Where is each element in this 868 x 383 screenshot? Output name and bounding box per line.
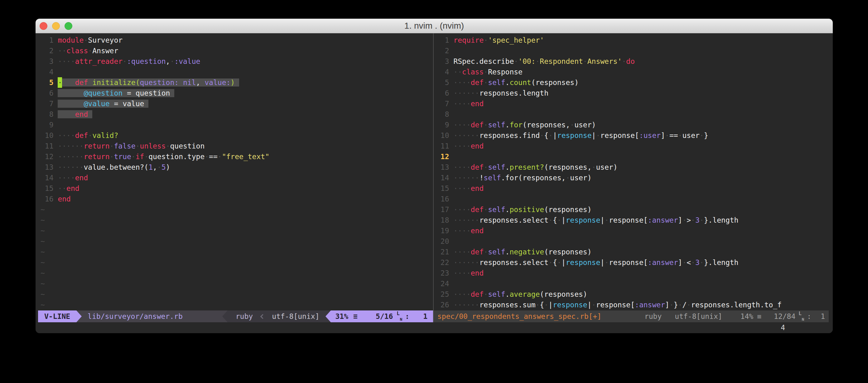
- code-line[interactable]: 11······return·false·unless·question: [40, 141, 433, 151]
- code-line[interactable]: 21····def·self.negative(responses): [436, 247, 829, 257]
- code-segment: ·: [484, 121, 488, 129]
- code-line[interactable]: 8: [436, 109, 829, 119]
- powerline-arrow-icon: [326, 310, 331, 322]
- code-line[interactable]: 25····def·self.average(responses): [436, 289, 829, 300]
- code-line[interactable]: 12: [436, 151, 829, 162]
- code-area-right[interactable]: 1require·'spec_helper'23RSpec.describe·'…: [434, 33, 829, 310]
- code-line[interactable]: 3RSpec.describe·'00:·Respondent·Answers'…: [436, 56, 829, 67]
- code-line[interactable]: 4: [40, 67, 433, 77]
- code-line[interactable]: 15··end: [40, 183, 433, 194]
- code-line[interactable]: 23····end: [436, 268, 829, 278]
- code-line[interactable]: 9: [40, 119, 433, 130]
- line-number: 8: [436, 109, 449, 119]
- statusline-inactive[interactable]: spec/00_respondents_answers_spec.rb[+] r…: [434, 310, 829, 322]
- code-segment: ,: [153, 163, 157, 171]
- line-number: 6: [40, 88, 54, 98]
- code-line[interactable]: 12······return·true·if·question.type·==·…: [40, 151, 433, 162]
- editor-pane-left[interactable]: 1module·Surveyor2··class·Answer3····attr…: [38, 33, 433, 322]
- code-segment: require: [453, 36, 484, 44]
- code-line[interactable]: 17····def·self.positive(responses): [436, 204, 829, 215]
- line-number: 4: [40, 67, 54, 77]
- code-segment: ····: [453, 248, 470, 256]
- code-segment: ······: [453, 174, 479, 182]
- code-line[interactable]: 10······responses.find·{·|response|·resp…: [436, 130, 829, 141]
- code-line[interactable]: 14····end: [40, 173, 433, 183]
- code-text: ····attr_reader·:question,·:value: [58, 57, 200, 65]
- code-segment: ·: [691, 216, 695, 224]
- code-line[interactable]: 6······responses.length: [436, 88, 829, 98]
- lines-icon: ≡: [353, 312, 358, 320]
- code-line[interactable]: 19····end: [436, 225, 829, 236]
- code-segment: response: [553, 301, 587, 309]
- code-line[interactable]: 24: [436, 278, 829, 289]
- current-line-number: 5: [40, 77, 54, 88]
- code-line[interactable]: 7 @value = value: [40, 98, 433, 109]
- code-segment: [58, 89, 84, 97]
- line-number: 2: [436, 45, 449, 56]
- code-segment: [118, 100, 123, 108]
- editor-pane-right[interactable]: 1require·'spec_helper'23RSpec.describe·'…: [433, 33, 829, 322]
- code-segment: ·: [549, 258, 553, 267]
- code-line[interactable]: 13······value.between?(1,·5): [40, 162, 433, 173]
- code-line[interactable]: 22······responses.select·{·|response|·re…: [436, 257, 829, 268]
- command-line[interactable]: 4: [38, 322, 829, 333]
- line-number: 1: [40, 35, 54, 45]
- code-line[interactable]: 7····end: [436, 98, 829, 109]
- code-line[interactable]: 20: [436, 236, 829, 247]
- code-segment: /: [682, 301, 686, 309]
- code-segment: (responses): [544, 248, 591, 256]
- code-line[interactable]: 4··class·Response: [436, 67, 829, 77]
- code-text: ····def·self.average(responses): [453, 290, 587, 298]
- code-line[interactable]: 26······responses.sum·{·|response|·respo…: [436, 300, 829, 310]
- code-segment: =: [114, 100, 118, 108]
- code-line[interactable]: 1require·'spec_helper': [436, 35, 829, 45]
- code-segment: .: [505, 163, 510, 171]
- code-line[interactable]: 15····end: [436, 183, 829, 194]
- line-of-total: 5/16: [376, 312, 393, 320]
- code-line[interactable]: 1module·Surveyor: [40, 35, 433, 45]
- code-segment: ····: [453, 78, 470, 86]
- code-text: ····end: [453, 142, 484, 150]
- code-line[interactable]: 16: [436, 194, 829, 204]
- code-line[interactable]: 14······!self.for(responses,·user): [436, 173, 829, 183]
- code-segment: response[: [609, 216, 648, 224]
- code-segment: ·: [665, 131, 670, 139]
- code-line[interactable]: 5· def initialize(question: nil, value:): [40, 77, 433, 88]
- statusline-active[interactable]: V-LINE lib/surveyor/answer.rb ruby utf-8…: [38, 310, 433, 322]
- code-line[interactable]: 5····def·self.count(responses): [436, 77, 829, 88]
- code-text: ····end: [58, 174, 88, 182]
- code-segment: ): [166, 163, 170, 171]
- code-line[interactable]: 9····def·self.for(responses,·user): [436, 119, 829, 130]
- code-segment: end: [471, 142, 484, 150]
- code-line[interactable]: 6 @question = question: [40, 88, 433, 98]
- code-segment: do: [626, 57, 635, 65]
- code-line[interactable]: 18······responses.select·{·|response|·re…: [436, 215, 829, 225]
- code-line[interactable]: 13····def·self.present?(responses,·user): [436, 162, 829, 173]
- line-number: 5: [436, 77, 449, 88]
- code-line[interactable]: 8 end: [40, 109, 433, 119]
- code-line[interactable]: 11····end: [436, 141, 829, 151]
- code-segment: ····: [453, 142, 470, 150]
- window-titlebar[interactable]: 1. nvim . (nvim): [35, 19, 833, 33]
- code-line[interactable]: 2··class·Answer: [40, 45, 433, 56]
- code-segment: class: [462, 68, 484, 76]
- line-number: 9: [40, 119, 54, 130]
- code-segment: question: [170, 142, 205, 150]
- code-segment: def: [471, 78, 484, 86]
- tilde-marker: ~: [40, 206, 45, 214]
- code-line[interactable]: 10····def·valid?: [40, 130, 433, 141]
- code-segment: responses.length: [479, 89, 549, 97]
- code-segment: end: [471, 184, 484, 193]
- code-segment: ····: [453, 100, 470, 108]
- code-line[interactable]: 16end: [40, 194, 433, 204]
- code-segment: unless: [140, 142, 166, 150]
- code-segment: :answer: [648, 258, 678, 267]
- code-area-left[interactable]: 1module·Surveyor2··class·Answer3····attr…: [38, 33, 433, 310]
- code-line[interactable]: 2: [436, 45, 829, 56]
- code-line[interactable]: 3····attr_reader·:question,·:value: [40, 56, 433, 67]
- code-segment: |: [600, 216, 604, 224]
- line-number-icon: LN: [397, 312, 402, 320]
- code-segment: def: [471, 206, 484, 214]
- code-segment: ····: [453, 206, 470, 214]
- code-segment: ·: [583, 57, 587, 65]
